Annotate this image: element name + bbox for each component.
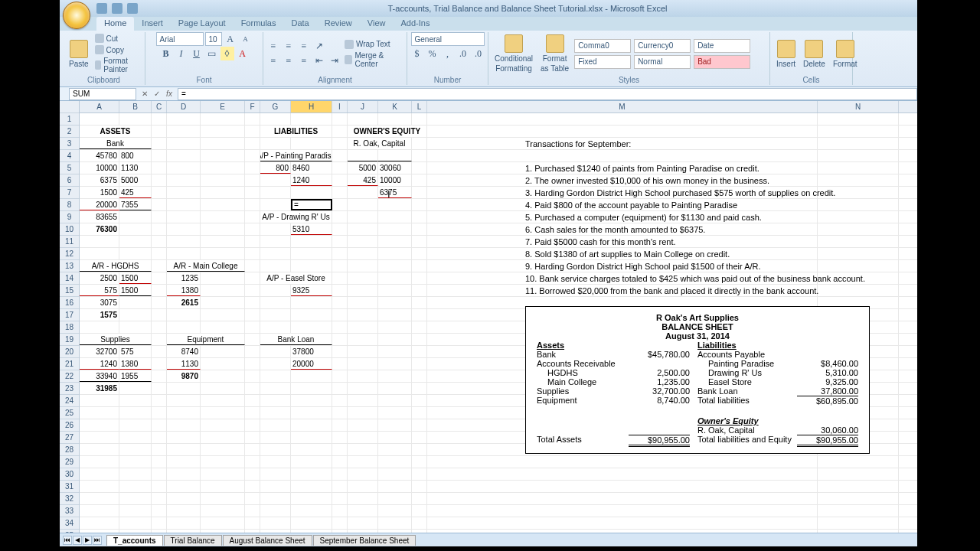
- align-middle-icon[interactable]: ≡: [282, 40, 296, 54]
- cell-G9[interactable]: A/P - Drawing R' Us: [260, 211, 332, 223]
- cell-E18[interactable]: [201, 321, 245, 333]
- cell-H24[interactable]: [291, 395, 332, 406]
- cell-C34[interactable]: [152, 517, 167, 529]
- cell-I17[interactable]: [332, 309, 348, 321]
- cell-H30[interactable]: [291, 468, 332, 480]
- cell-K16[interactable]: [378, 297, 412, 308]
- cell-G10[interactable]: [260, 223, 291, 235]
- cell-B27[interactable]: [119, 432, 152, 443]
- cell-F6[interactable]: [245, 174, 260, 186]
- col-header-G[interactable]: G: [260, 101, 291, 112]
- cell-E33[interactable]: [201, 505, 245, 517]
- cell-M35[interactable]: [427, 530, 818, 533]
- tab-addins[interactable]: Add-Ins: [393, 17, 437, 31]
- percent-icon[interactable]: %: [426, 47, 439, 60]
- cell-J20[interactable]: [348, 346, 378, 357]
- cell-E8[interactable]: [201, 199, 245, 210]
- row-header-22[interactable]: 22: [60, 370, 79, 383]
- cell-A20[interactable]: 32700: [80, 346, 119, 357]
- border-button[interactable]: ▭: [205, 47, 219, 60]
- cell-D27[interactable]: [167, 432, 201, 443]
- cell-C21[interactable]: [152, 358, 167, 370]
- cell-F18[interactable]: [245, 321, 260, 333]
- row-header-30[interactable]: 30: [60, 468, 79, 481]
- cell-F24[interactable]: [245, 395, 260, 406]
- cell-J18[interactable]: [348, 321, 378, 333]
- cell-D7[interactable]: [167, 187, 201, 198]
- cell-B18[interactable]: [119, 321, 152, 333]
- cell-A16[interactable]: 3075: [80, 297, 119, 308]
- cell-F19[interactable]: [245, 334, 260, 345]
- cell-D19[interactable]: Equipment: [167, 334, 245, 345]
- cell-L23[interactable]: [412, 383, 427, 394]
- cell-K29[interactable]: [378, 456, 412, 468]
- cell-K28[interactable]: [378, 444, 412, 455]
- cell-C15[interactable]: [152, 285, 167, 296]
- tab-view[interactable]: View: [360, 17, 394, 31]
- cell-G27[interactable]: [260, 432, 291, 443]
- cell-L27[interactable]: [412, 432, 427, 443]
- cell-J7[interactable]: [348, 187, 378, 198]
- cell-G17[interactable]: [260, 309, 291, 321]
- cell-H35[interactable]: [291, 530, 332, 533]
- cell-H23[interactable]: [291, 383, 332, 394]
- cell-A14[interactable]: 2500: [80, 272, 119, 284]
- cell-A8[interactable]: 20000: [80, 199, 119, 210]
- cell-I11[interactable]: [332, 236, 348, 247]
- cell-D15[interactable]: 1380: [167, 285, 201, 296]
- col-header-K[interactable]: K: [378, 101, 412, 112]
- cell-A22[interactable]: 33940: [80, 370, 119, 382]
- cell-C32[interactable]: [152, 493, 167, 504]
- cell-D25[interactable]: [167, 407, 201, 419]
- sheet-tab-sep-bs[interactable]: September Balance Sheet: [313, 535, 416, 546]
- cell-C31[interactable]: [152, 481, 167, 492]
- cell-I5[interactable]: [332, 162, 348, 174]
- col-header-B[interactable]: B: [119, 101, 152, 112]
- style-normal[interactable]: Normal: [634, 55, 691, 69]
- cell-J2[interactable]: OWNER'S EQUITY: [348, 126, 427, 137]
- cell-A26[interactable]: [80, 419, 119, 431]
- cell-J27[interactable]: [348, 432, 378, 443]
- cell-J4[interactable]: [348, 150, 378, 161]
- cell-A2[interactable]: ASSETS: [80, 126, 152, 137]
- cell-B28[interactable]: [119, 444, 152, 455]
- cell-C25[interactable]: [152, 407, 167, 419]
- cell-B32[interactable]: [119, 493, 152, 504]
- cell-K9[interactable]: [378, 211, 412, 223]
- cell-B9[interactable]: [119, 211, 152, 223]
- col-header-F[interactable]: F: [245, 101, 260, 112]
- col-header-L[interactable]: L: [412, 101, 427, 112]
- cell-L30[interactable]: [412, 468, 427, 480]
- sheet-tab-t-accounts[interactable]: T_accounts: [106, 535, 163, 546]
- col-header-I[interactable]: I: [332, 101, 348, 112]
- cell-L35[interactable]: [412, 530, 427, 533]
- cell-J17[interactable]: [348, 309, 378, 321]
- cell-C23[interactable]: [152, 383, 167, 394]
- cell-F20[interactable]: [245, 346, 260, 357]
- cell-E24[interactable]: [201, 395, 245, 406]
- align-top-icon[interactable]: ≡: [266, 40, 280, 54]
- cell-L31[interactable]: [412, 481, 427, 492]
- cell-I30[interactable]: [332, 468, 348, 480]
- cell-C3[interactable]: [152, 138, 167, 149]
- dec-decimal-icon[interactable]: .0: [472, 47, 485, 60]
- cell-I25[interactable]: [332, 407, 348, 419]
- cell-I13[interactable]: [332, 260, 348, 272]
- cell-B25[interactable]: [119, 407, 152, 419]
- cell-C22[interactable]: [152, 370, 167, 382]
- cell-K31[interactable]: [378, 481, 412, 492]
- cell-A30[interactable]: [80, 468, 119, 480]
- currency-icon[interactable]: $: [410, 47, 424, 60]
- cell-J29[interactable]: [348, 456, 378, 468]
- cell-H31[interactable]: [291, 481, 332, 492]
- cell-C8[interactable]: [152, 199, 167, 210]
- row-header-31[interactable]: 31: [60, 481, 79, 493]
- cell-H26[interactable]: [291, 419, 332, 431]
- cell-C19[interactable]: [152, 334, 167, 345]
- cell-B1[interactable]: [119, 113, 152, 125]
- cell-B24[interactable]: [119, 395, 152, 406]
- cell-H12[interactable]: [291, 248, 332, 259]
- cell-A13[interactable]: A/R - HGDHS: [80, 260, 152, 272]
- cell-A18[interactable]: [80, 321, 119, 333]
- cell-A34[interactable]: [80, 517, 119, 529]
